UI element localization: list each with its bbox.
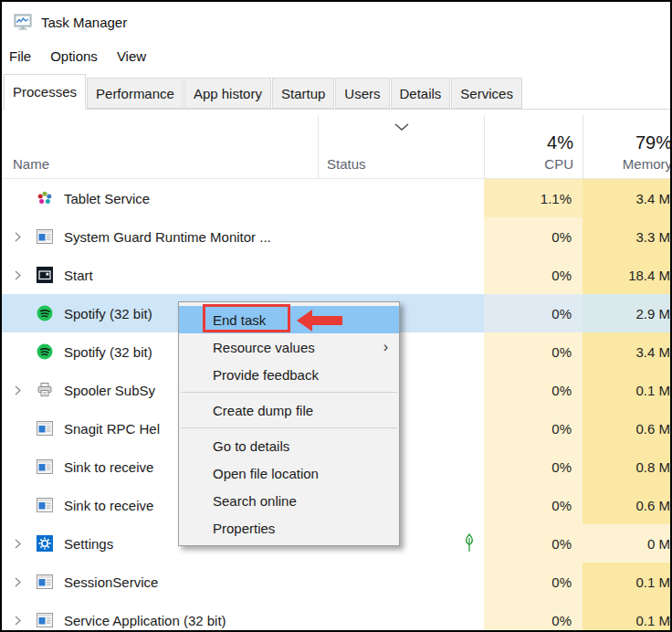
process-row-service-application[interactable]: Service Application (32 bit) 0% 0.1 MB (2, 601, 672, 632)
process-row-sessionservice[interactable]: SessionService 0% 0.1 MB (2, 563, 672, 601)
process-memory-value: 0.1 MB (583, 371, 672, 409)
context-menu-item-go-to-details[interactable]: Go to details (179, 432, 399, 459)
expand-chevron-icon[interactable] (15, 270, 37, 280)
annotation-highlight-box (203, 304, 290, 332)
process-name: Spooler SubSy (64, 383, 155, 398)
column-divider (318, 115, 319, 178)
context-menu-item-create-dump-file[interactable]: Create dump file (179, 396, 399, 424)
expand-chevron-icon[interactable] (15, 577, 37, 587)
process-cpu-value: 0% (484, 332, 583, 371)
context-menu-item-open-file-location[interactable]: Open file location (179, 459, 399, 487)
process-cpu-value: 0% (484, 486, 583, 524)
process-cpu-value: 0% (484, 563, 583, 601)
process-memory-value: 2.9 MB (583, 294, 672, 332)
process-memory-value: 0.8 MB (583, 448, 672, 486)
context-menu-item-properties[interactable]: Properties (179, 514, 399, 542)
process-memory-value: 3.3 MB (583, 217, 672, 256)
process-name: Spotify (32 bit) (64, 306, 152, 321)
tab-bar: Processes Performance App history Startu… (2, 69, 670, 110)
process-name: System Guard Runtime Monitor ... (64, 229, 271, 245)
column-header-memory[interactable]: 79% Memory (623, 132, 672, 172)
menu-separator (181, 427, 397, 428)
process-memory-value: 3.4 MB (583, 179, 672, 217)
task-manager-icon (14, 13, 34, 31)
process-name-cell: Service Application (32 bit) (2, 601, 318, 632)
column-divider (583, 115, 583, 178)
process-memory-value: 0.1 MB (583, 563, 672, 601)
column-header-status[interactable]: Status (327, 156, 366, 172)
context-menu-item-resource-values[interactable]: Resource values › (179, 333, 399, 361)
process-name: SessionService (64, 574, 158, 590)
cpu-label: CPU (544, 156, 573, 172)
app-window-icon (37, 458, 53, 475)
context-menu-item-provide-feedback[interactable]: Provide feedback (179, 361, 399, 388)
printer-icon (37, 382, 53, 398)
expand-chevron-icon[interactable] (15, 616, 37, 626)
tab-users[interactable]: Users (335, 78, 389, 109)
process-name-cell: Start (2, 256, 318, 294)
tab-performance[interactable]: Performance (87, 78, 184, 109)
process-name: Settings (64, 536, 113, 552)
tablet-service-flower-icon (37, 190, 53, 206)
memory-label: Memory (623, 156, 672, 172)
menu-options[interactable]: Options (50, 46, 98, 67)
process-cpu-value: 0% (484, 448, 583, 486)
menu-view[interactable]: View (117, 46, 146, 67)
process-memory-value: 0.6 MB (583, 486, 672, 524)
tab-details[interactable]: Details (391, 78, 451, 109)
process-memory-value: 18.4 MB (583, 256, 672, 294)
column-header-name[interactable]: Name (13, 156, 49, 172)
tab-processes[interactable]: Processes (4, 74, 86, 110)
spotify-icon (37, 343, 53, 360)
process-row-start[interactable]: Start 0% 18.4 MB (2, 256, 672, 294)
process-cpu-value: 0% (484, 256, 583, 294)
menu-file[interactable]: File (9, 46, 31, 67)
column-header-cpu[interactable]: 4% CPU (544, 132, 573, 172)
process-status-cell (318, 563, 484, 601)
window-title: Task Manager (41, 15, 127, 30)
process-name: Snagit RPC Hel (64, 421, 160, 437)
table-header: Name Status 4% CPU 79% Memory (2, 110, 672, 179)
process-name: Tablet Service (64, 191, 150, 206)
process-name: Start (64, 268, 93, 283)
process-memory-value: 3.4 MB (583, 332, 672, 371)
expand-chevron-icon[interactable] (15, 232, 37, 242)
process-cpu-value: 0% (484, 524, 583, 563)
expand-chevron-icon[interactable] (15, 539, 37, 549)
task-manager-window: Task Manager File Options View Processes… (0, 0, 672, 632)
tab-services[interactable]: Services (451, 78, 522, 109)
process-cpu-value: 1.1% (484, 179, 583, 217)
process-cpu-value: 0% (484, 409, 583, 448)
menu-bar: File Options View (2, 42, 670, 69)
process-name: Sink to receive (64, 459, 153, 475)
process-status-cell (318, 179, 484, 217)
column-divider (484, 115, 485, 178)
process-name: Service Application (32 bit) (64, 613, 226, 628)
process-cpu-value: 0% (484, 601, 583, 632)
context-menu-item-label: Resource values (213, 340, 315, 355)
process-name-cell: Tablet Service (2, 179, 318, 217)
title-bar: Task Manager (2, 2, 670, 42)
start-window-icon (37, 267, 53, 283)
process-name-cell: SessionService (2, 563, 318, 601)
spotify-icon (37, 305, 53, 321)
process-status-cell (318, 217, 484, 256)
tab-startup[interactable]: Startup (272, 78, 334, 109)
submenu-chevron-icon: › (383, 340, 388, 354)
process-name: Spotify (32 bit) (64, 344, 152, 360)
process-memory-value: 0.6 MB (583, 409, 672, 448)
process-status-cell (318, 256, 484, 294)
context-menu-item-search-online[interactable]: Search online (179, 487, 399, 514)
process-name: Sink to receive (64, 498, 153, 513)
memory-total-percent: 79% (623, 132, 672, 153)
leaf-suspended-icon (462, 532, 477, 554)
process-row-tablet-service[interactable]: Tablet Service 1.1% 3.4 MB (2, 179, 672, 217)
expand-chevron-icon[interactable] (15, 385, 37, 395)
app-window-icon (37, 228, 53, 245)
tab-app-history[interactable]: App history (184, 78, 271, 109)
process-memory-value: 0.1 MB (583, 601, 672, 632)
process-row-system-guard[interactable]: System Guard Runtime Monitor ... 0% 3.3 … (2, 217, 672, 256)
context-menu: End task Resource values › Provide feedb… (178, 301, 400, 546)
process-status-cell (318, 601, 484, 632)
process-cpu-value: 0% (484, 294, 583, 332)
